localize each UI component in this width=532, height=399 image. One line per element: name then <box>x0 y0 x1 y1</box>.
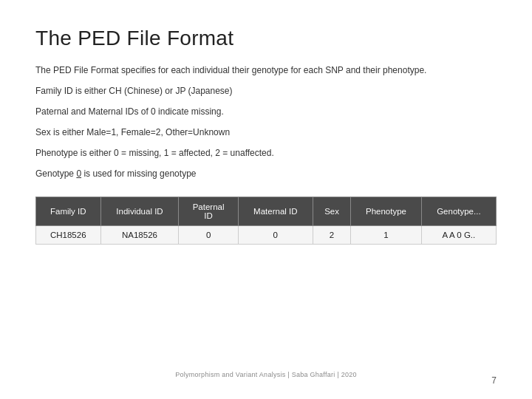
paragraph-2: Family ID is either CH (Chinese) or JP (… <box>35 84 497 98</box>
col-phenotype: Phenotype <box>351 197 422 226</box>
cell-genotype: A A 0 G.. <box>421 226 496 245</box>
col-maternal-id: Maternal ID <box>238 197 313 226</box>
cell-phenotype: 1 <box>351 226 422 245</box>
paragraph-4: Sex is either Male=1, Female=2, Other=Un… <box>35 126 497 139</box>
footer: Polymorphism and Variant Analysis | Saba… <box>35 371 497 378</box>
cell-family-id: CH18526 <box>36 226 101 245</box>
paragraph-5: Phenotype is either 0 = missing, 1 = aff… <box>35 146 497 160</box>
col-sex: Sex <box>313 197 350 226</box>
paragraph-1: The PED File Format specifies for each i… <box>35 64 497 77</box>
table-header-row: Family ID Individual ID PaternalID Mater… <box>36 197 497 226</box>
slide: The PED File Format The PED File Format … <box>0 0 532 399</box>
cell-maternal-id: 0 <box>238 226 313 245</box>
slide-body: The PED File Format specifies for each i… <box>35 64 497 361</box>
cell-sex: 2 <box>313 226 350 245</box>
slide-title: The PED File Format <box>35 27 497 50</box>
footer-text: Polymorphism and Variant Analysis | Saba… <box>175 371 357 378</box>
ped-table-section: Family ID Individual ID PaternalID Mater… <box>35 197 497 245</box>
cell-individual-id: NA18526 <box>100 226 179 245</box>
cell-paternal-id: 0 <box>179 226 238 245</box>
paragraph-3: Paternal and Maternal IDs of 0 indicate … <box>35 105 497 118</box>
col-individual-id: Individual ID <box>100 197 179 226</box>
ped-table: Family ID Individual ID PaternalID Mater… <box>35 197 497 245</box>
col-family-id: Family ID <box>36 197 101 226</box>
paragraph-6: Genotype 0 is used for missing genotype <box>35 167 497 180</box>
col-paternal-id: PaternalID <box>179 197 238 226</box>
col-genotype: Genotype... <box>421 197 496 226</box>
table-row: CH18526 NA18526 0 0 2 1 A A 0 G.. <box>36 226 497 245</box>
page-number: 7 <box>491 375 497 386</box>
